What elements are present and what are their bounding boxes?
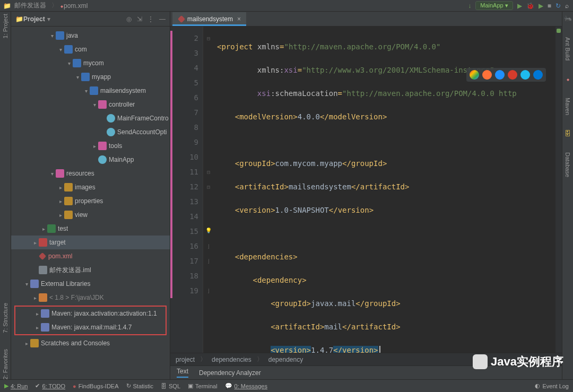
library-icon: [41, 309, 49, 318]
status-sql[interactable]: 🗄 SQL: [161, 383, 180, 389]
intention-bulb-icon[interactable]: 💡: [205, 228, 213, 235]
maven-icon: [39, 252, 46, 260]
analysis-ok-icon: [557, 29, 561, 33]
wechat-icon: [473, 354, 488, 369]
tree-mailsendsystem: mailsendsystem: [100, 87, 146, 94]
chevron-right-icon: 〉: [51, 1, 58, 10]
gutter: 2 3 4 5 6 7 8 9 10 11 12 13 14 15 16 17: [170, 27, 203, 353]
tree-sendaccount: SendAccountOpti: [117, 128, 167, 136]
tree-tools: tools: [109, 142, 122, 150]
database-icon: 🗄: [565, 130, 571, 137]
editor-tabs: mailsendsystem ×: [170, 12, 562, 27]
maven-icon: [178, 15, 185, 22]
tree-iml: 邮件发送器.iml: [49, 266, 91, 275]
error-stripe[interactable]: [555, 27, 562, 353]
open-in-browser-popup: [466, 68, 546, 82]
library-icon: [30, 280, 39, 288]
maven-icon: ⬥: [566, 75, 570, 83]
tree-properties: properties: [75, 197, 103, 205]
tree-com: com: [75, 46, 87, 53]
tree-mvn-mail: Maven: javax.mail:mail:1.4.7: [51, 324, 132, 331]
subtab-text[interactable]: Text: [177, 368, 188, 378]
tree-mainapp: MainApp: [109, 156, 134, 163]
vcs-update-icon[interactable]: ↻: [555, 2, 561, 10]
coverage-run-icon[interactable]: ▶: [539, 2, 543, 10]
tool-ant[interactable]: Ant Build: [565, 37, 571, 60]
tree-mainframe: MainFrameContro: [117, 115, 169, 122]
run-icon[interactable]: ▶: [517, 2, 522, 10]
tree-scratches: Scratches and Consoles: [41, 339, 110, 347]
class-icon: [107, 114, 115, 123]
folder-icon: [90, 86, 98, 95]
iml-icon: [39, 266, 47, 274]
status-findbugs[interactable]: ●FindBugs-IDEA: [73, 383, 118, 389]
edge-icon[interactable]: [533, 70, 543, 80]
maven-file-icon: ⬥: [60, 2, 64, 10]
status-statistic[interactable]: ↻ Statistic: [126, 382, 154, 389]
editor-area: mailsendsystem × 2 3 4 5 6 7 8 9 10 11: [170, 12, 562, 379]
ie-icon[interactable]: [520, 70, 530, 80]
test-folder-icon: [47, 224, 56, 233]
tree-view: view: [75, 211, 88, 219]
build-icon[interactable]: ↓: [468, 2, 471, 10]
opera-icon[interactable]: [508, 70, 517, 80]
collapse-all-icon[interactable]: ⇲: [137, 15, 142, 23]
hide-icon[interactable]: —: [159, 15, 166, 23]
status-todo[interactable]: ✔ 6: TODO: [35, 382, 65, 389]
tool-structure[interactable]: 7: Structure: [2, 303, 8, 333]
safari-icon[interactable]: [495, 70, 505, 80]
jdk-icon: [39, 293, 47, 302]
nav-crumb-file[interactable]: pom.xml: [64, 2, 88, 10]
autoscroll-icon[interactable]: ◎: [126, 15, 132, 23]
package-icon: [98, 100, 107, 109]
scratches-icon: [30, 339, 39, 347]
fold-column[interactable]: ⊟ ⊟⊟💡 ⌋⌋⌋: [203, 27, 214, 353]
status-run[interactable]: ▶4: Run: [4, 382, 28, 389]
target-folder-icon: [39, 238, 47, 247]
subtab-dependency-analyzer[interactable]: Dependency Analyzer: [199, 369, 261, 377]
project-view-title[interactable]: Project: [23, 15, 45, 23]
navigation-bar: 📁 邮件发送器 〉 ⬥ pom.xml ↓ MainApp ▾ ▶ 🐞 ▶ ■ …: [0, 0, 573, 12]
file-tab-mailsendsystem[interactable]: mailsendsystem ×: [172, 12, 246, 26]
debug-icon[interactable]: 🐞: [526, 2, 534, 10]
tool-favorites[interactable]: 2: Favorites: [2, 349, 8, 379]
firefox-icon[interactable]: [482, 70, 492, 80]
settings-vert-icon[interactable]: ⋮: [147, 15, 154, 23]
stop-icon[interactable]: ■: [548, 2, 551, 10]
folder-icon: [64, 211, 73, 219]
dropdown-icon[interactable]: ▾: [47, 15, 50, 23]
status-messages[interactable]: 💬 0: Messages: [225, 382, 267, 389]
folder-icon: [64, 45, 73, 54]
tree-target: target: [49, 239, 66, 246]
tree-java: java: [66, 32, 78, 39]
close-icon[interactable]: ×: [237, 15, 241, 23]
code-editor[interactable]: 2 3 4 5 6 7 8 9 10 11 12 13 14 15 16 17: [170, 27, 562, 353]
tree-myapp: myapp: [92, 73, 111, 81]
ant-icon: 🐜: [564, 15, 572, 22]
tool-database[interactable]: Database: [565, 152, 571, 177]
project-view-icon: 📁: [15, 15, 23, 23]
project-tool-window: 📁 Project ▾ ◎ ⇲ ⋮ — ▾java ▾com ▾mycom ▾m…: [11, 12, 170, 379]
maven-libs-highlight: ▸Maven: javax.activation:activation:1.1 …: [14, 306, 167, 335]
search-everywhere-icon[interactable]: ⌕: [565, 2, 569, 10]
chrome-icon[interactable]: [470, 70, 479, 80]
folder-icon: [64, 197, 73, 205]
tree-test: test: [58, 225, 68, 232]
package-icon: [98, 142, 107, 150]
crumb-project: project: [176, 356, 195, 363]
library-icon: [41, 323, 49, 332]
crumb-dependency: dependency: [268, 356, 303, 363]
status-event-log[interactable]: ◐ Event Log: [535, 382, 569, 389]
tree-jdk: < 1.8 > F:\java\JDK: [49, 294, 104, 301]
project-icon: 📁: [3, 2, 11, 10]
tree-extlib: External Libraries: [41, 280, 90, 288]
tree-controller: controller: [109, 101, 135, 108]
run-config-selector[interactable]: MainApp ▾: [475, 1, 513, 10]
tool-project[interactable]: 1: Project: [2, 14, 8, 38]
nav-crumb-project[interactable]: 邮件发送器: [14, 1, 46, 10]
status-terminal[interactable]: ▣ Terminal: [188, 382, 218, 389]
project-tree[interactable]: ▾java ▾com ▾mycom ▾myapp ▾mailsendsystem…: [11, 27, 170, 379]
class-icon: [107, 128, 115, 136]
right-tool-strip: 🐜 Ant Build ⬥ Maven 🗄 Database: [562, 12, 573, 379]
tool-maven[interactable]: Maven: [565, 98, 571, 115]
